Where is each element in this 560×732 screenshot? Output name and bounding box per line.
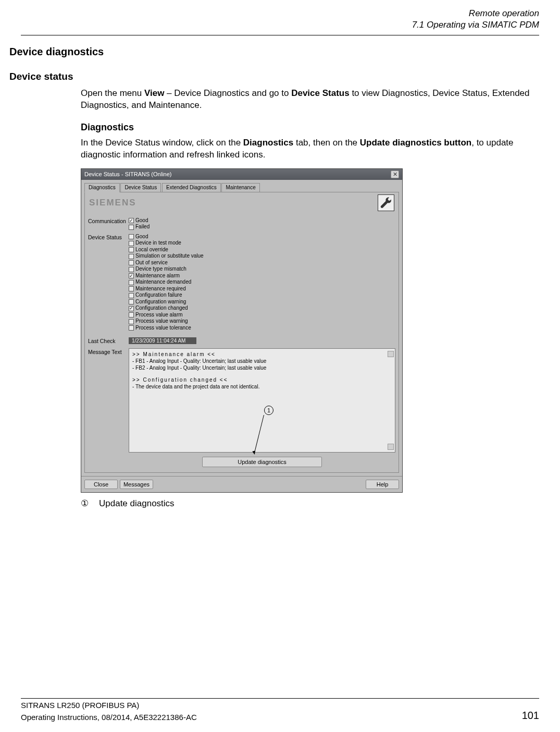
device-status-label: Out of service (135, 260, 168, 266)
checkbox-icon[interactable] (129, 286, 134, 291)
dialog-title: Device Status - SITRANS (Online) (84, 171, 172, 177)
device-status-item: Device in test mode (129, 240, 395, 247)
siemens-logo: SIEMENS (89, 198, 136, 208)
tab-panel-diagnostics: SIEMENS Communication GoodFailed Device … (84, 192, 399, 473)
device-status-item: Configuration failure (129, 292, 395, 299)
message-text-box[interactable]: >> Maintenance alarm << - FB1 - Analog I… (129, 348, 395, 453)
device-status-label: Process value alarm (135, 312, 183, 319)
device-status-dialog: Device Status - SITRANS (Online) ✕ Diagn… (81, 168, 403, 493)
device-status-list: GoodDevice in test modeLocal overrideSim… (129, 234, 395, 332)
communication-label: Good (135, 217, 148, 224)
page-footer: SITRANS LR250 (PROFIBUS PA) Operating In… (0, 701, 560, 722)
msg-heading-2: >> Configuration changed << (132, 376, 392, 383)
device-status-item: Device type mismatch (129, 266, 395, 273)
paragraph-diagnostics: In the Device Status window, click on th… (81, 137, 539, 161)
msg-line-3: - The device data and the project data a… (132, 383, 392, 390)
header-rule (21, 35, 539, 35)
scroll-up-icon[interactable] (388, 351, 394, 357)
device-status-label: Process value tolerance (135, 325, 191, 332)
device-status-item: Simulation or substitute value (129, 253, 395, 260)
wrench-icon (378, 194, 394, 211)
device-status-item: Out of service (129, 260, 395, 266)
device-status-item: Process value tolerance (129, 325, 395, 332)
device-status-item: Process value warning (129, 318, 395, 325)
communication-label: Failed (135, 224, 150, 230)
section-title: 7.1 Operating via SIMATIC PDM (21, 19, 539, 31)
dialog-footer: Close Messages Help (81, 476, 402, 492)
communication-item: Good (129, 217, 395, 224)
scrollbar[interactable] (388, 351, 394, 450)
close-button[interactable]: Close (84, 480, 118, 489)
legend-marker-1: ① (81, 498, 89, 509)
device-status-label: Process value warning (135, 318, 188, 325)
device-status-label: Simulation or substitute value (135, 253, 204, 260)
msg-line-2: - FB2 - Analog Input - Quality: Uncertai… (132, 364, 392, 371)
footer-doc-id: Operating Instructions, 08/2014, A5E3222… (21, 713, 197, 722)
tab-strip: Diagnostics Device Status Extended Diagn… (81, 180, 402, 192)
device-status-label: Configuration warning (135, 299, 186, 306)
label-last-check: Last Check (88, 337, 129, 344)
device-status-item: Process value alarm (129, 312, 395, 319)
update-diagnostics-button[interactable]: Update diagnostics (202, 457, 322, 467)
checkbox-icon[interactable] (129, 218, 134, 223)
page-header: Remote operation 7.1 Operating via SIMAT… (0, 0, 560, 33)
checkbox-icon[interactable] (129, 260, 134, 265)
checkbox-icon[interactable] (129, 273, 134, 278)
legend-text-1: Update diagnostics (99, 498, 175, 509)
device-status-item: Maintenance alarm (129, 273, 395, 279)
checkbox-icon[interactable] (129, 254, 134, 259)
checkbox-icon[interactable] (129, 306, 134, 311)
device-status-item: Maintenance demanded (129, 279, 395, 286)
device-status-label: Device in test mode (135, 240, 181, 247)
checkbox-icon[interactable] (129, 312, 134, 318)
checkbox-icon[interactable] (129, 241, 134, 246)
chapter-title: Remote operation (21, 8, 539, 19)
device-status-label: Device type mismatch (135, 266, 186, 273)
device-status-label: Maintenance required (135, 286, 186, 292)
scroll-down-icon[interactable] (388, 444, 394, 450)
device-status-label: Configuration failure (135, 292, 182, 299)
last-check-field[interactable]: 1/23/2009 11:04:24 AM (129, 337, 196, 344)
msg-line-1: - FB1 - Analog Input - Quality: Uncertai… (132, 358, 392, 364)
checkbox-icon[interactable] (129, 280, 134, 285)
tab-device-status[interactable]: Device Status (120, 183, 161, 192)
page-number: 101 (522, 710, 539, 722)
paragraph-open-menu: Open the menu View – Device Diagnostics … (81, 88, 539, 112)
device-status-label: Good (135, 234, 148, 240)
device-status-label: Maintenance alarm (135, 273, 180, 279)
device-status-item: Configuration changed (129, 305, 395, 312)
messages-button[interactable]: Messages (120, 480, 153, 489)
device-status-item: Maintenance required (129, 286, 395, 292)
checkbox-icon[interactable] (129, 267, 134, 272)
label-communication: Communication (88, 217, 129, 230)
footer-rule (21, 698, 539, 699)
device-status-item: Good (129, 234, 395, 240)
callout-arrow-icon (252, 451, 256, 455)
checkbox-icon[interactable] (129, 247, 134, 252)
device-status-label: Maintenance demanded (135, 279, 191, 286)
device-status-label: Local override (135, 247, 168, 253)
msg-heading-1: >> Maintenance alarm << (132, 351, 392, 358)
heading-device-status: Device status (9, 71, 560, 82)
label-device-status: Device Status (88, 234, 129, 332)
heading-diagnostics: Diagnostics (81, 122, 560, 133)
checkbox-icon[interactable] (129, 234, 134, 239)
figure-legend: ① Update diagnostics (81, 498, 560, 509)
label-message-text: Message Text (88, 348, 129, 467)
checkbox-icon[interactable] (129, 325, 134, 331)
help-button[interactable]: Help (366, 480, 399, 489)
tab-extended-diagnostics[interactable]: Extended Diagnostics (162, 183, 221, 192)
footer-product: SITRANS LR250 (PROFIBUS PA) (21, 701, 539, 710)
communication-list: GoodFailed (129, 217, 395, 230)
close-icon[interactable]: ✕ (391, 170, 399, 178)
checkbox-icon[interactable] (129, 225, 134, 230)
checkbox-icon[interactable] (129, 319, 134, 324)
checkbox-icon[interactable] (129, 293, 134, 298)
checkbox-icon[interactable] (129, 299, 134, 304)
tab-maintenance[interactable]: Maintenance (221, 183, 259, 192)
device-status-label: Configuration changed (135, 305, 188, 312)
dialog-titlebar[interactable]: Device Status - SITRANS (Online) ✕ (81, 169, 402, 180)
heading-device-diagnostics: Device diagnostics (9, 46, 560, 58)
tab-diagnostics[interactable]: Diagnostics (84, 183, 120, 192)
device-status-item: Configuration warning (129, 299, 395, 306)
